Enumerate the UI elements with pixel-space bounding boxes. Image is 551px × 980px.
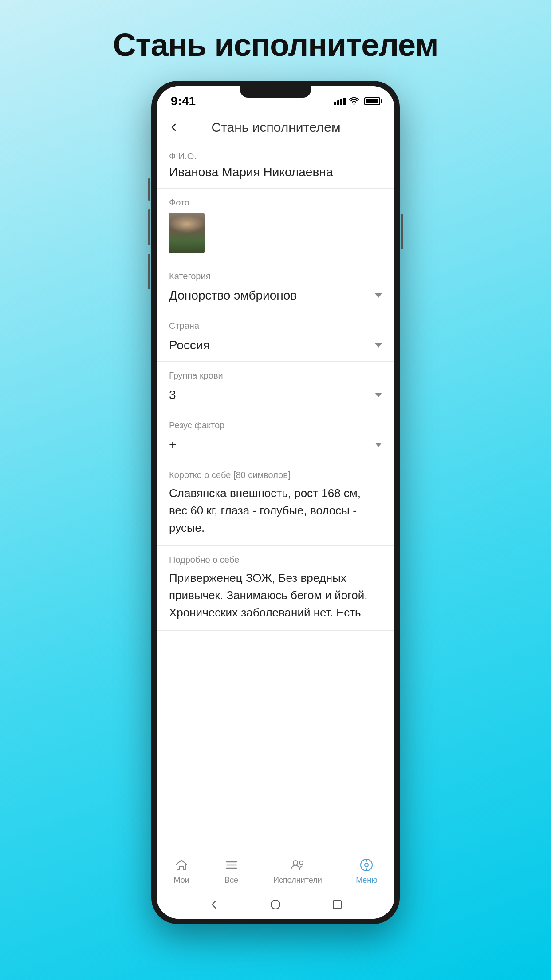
country-label: Страна — [169, 321, 382, 331]
tab-ispolniteli-icon — [290, 857, 306, 873]
notch — [240, 86, 311, 98]
tab-vse-label: Все — [224, 876, 238, 885]
rh-factor-value: + — [169, 438, 176, 452]
category-label: Категория — [169, 271, 382, 281]
about-detail-value: Приверженец ЗОЖ, Без вредных привычек. З… — [169, 569, 382, 621]
about-short-label: Коротко о себе [80 символов] — [169, 470, 382, 480]
android-nav-bar — [157, 890, 394, 919]
svg-point-4 — [299, 861, 303, 865]
tab-menu[interactable]: Меню — [356, 857, 378, 885]
blood-group-section[interactable]: Группа крови 3 — [157, 362, 394, 411]
status-time: 9:41 — [171, 94, 196, 108]
side-button-left-3 — [148, 254, 150, 289]
scroll-content: Ф.И.О. Иванова Мария Николаевна Фото Кат… — [157, 142, 394, 850]
tab-vse[interactable]: Все — [224, 857, 240, 885]
about-short-section[interactable]: Коротко о себе [80 символов] Славянска в… — [157, 461, 394, 546]
tab-menu-label: Меню — [356, 876, 378, 885]
tab-bar: Мои Все — [157, 850, 394, 890]
phone-frame: 9:41 — [151, 81, 400, 924]
fio-value: Иванова Мария Николаевна — [169, 165, 382, 179]
back-button[interactable] — [169, 122, 179, 132]
photo-label: Фото — [169, 198, 382, 208]
android-recent-button[interactable] — [330, 897, 344, 912]
svg-point-6 — [365, 863, 368, 867]
svg-point-11 — [271, 900, 280, 909]
status-icons — [334, 97, 380, 105]
android-home-button[interactable] — [268, 897, 283, 912]
fio-label: Ф.И.О. — [169, 151, 382, 162]
country-section[interactable]: Страна Россия — [157, 312, 394, 362]
category-section[interactable]: Категория Донорство эмбрионов — [157, 262, 394, 312]
wifi-icon — [349, 97, 359, 105]
about-detail-label: Подробно о себе — [169, 555, 382, 565]
side-button-left-1 — [148, 178, 150, 201]
photo-section[interactable]: Фото — [157, 189, 394, 262]
tab-moi-label: Мои — [174, 876, 189, 885]
tab-ispolniteli-label: Исполнители — [273, 876, 322, 885]
svg-rect-12 — [333, 901, 341, 909]
rh-factor-section[interactable]: Резус фактор + — [157, 411, 394, 461]
tab-vse-icon — [224, 857, 240, 873]
blood-group-value: 3 — [169, 388, 176, 402]
rh-factor-chevron-icon — [375, 443, 382, 447]
category-chevron-icon — [375, 293, 382, 298]
about-detail-section[interactable]: Подробно о себе Приверженец ЗОЖ, Без вре… — [157, 546, 394, 631]
blood-group-label: Группа крови — [169, 371, 382, 381]
android-back-button[interactable] — [207, 897, 221, 912]
nav-header: Стань исполнителем — [157, 113, 394, 142]
about-short-value: Славянска внешность, рост 168 см, вес 60… — [169, 485, 382, 537]
side-button-left-2 — [148, 209, 150, 245]
signal-bars-icon — [334, 98, 346, 105]
blood-group-chevron-icon — [375, 393, 382, 397]
rh-factor-label: Резус фактор — [169, 420, 382, 431]
country-value: Россия — [169, 338, 210, 352]
tab-moi-icon — [173, 857, 189, 873]
tab-menu-icon — [358, 857, 374, 873]
fio-section[interactable]: Ф.И.О. Иванова Мария Николаевна — [157, 142, 394, 189]
photo-thumbnail[interactable] — [169, 213, 205, 253]
page-heading: Стань исполнителем — [113, 27, 438, 63]
tab-ispolniteli[interactable]: Исполнители — [273, 857, 322, 885]
tab-moi[interactable]: Мои — [173, 857, 189, 885]
category-value: Донорство эмбрионов — [169, 288, 297, 303]
svg-point-3 — [293, 861, 298, 865]
nav-title: Стань исполнителем — [188, 120, 364, 135]
country-chevron-icon — [375, 343, 382, 348]
battery-icon — [364, 97, 380, 105]
side-button-right — [401, 214, 403, 249]
